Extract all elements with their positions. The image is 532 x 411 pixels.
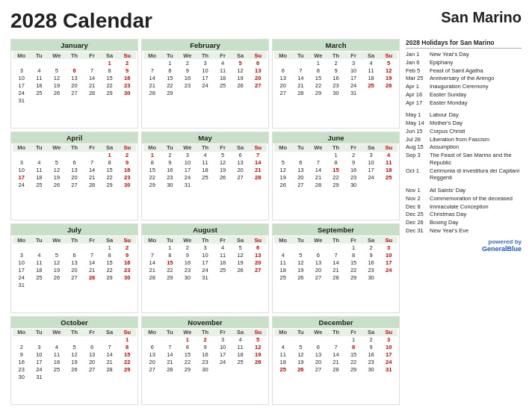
day-cell: 22 xyxy=(161,266,179,274)
day-cell: 9 xyxy=(118,251,136,259)
day-cell: 4 xyxy=(362,59,380,67)
day-cell: 17 xyxy=(197,74,214,81)
day-cell: 24 xyxy=(31,366,49,374)
day-header: Th xyxy=(66,329,84,336)
day-cell: 19 xyxy=(274,174,292,182)
day-cell: 28 xyxy=(309,182,327,189)
day-cell: 14 xyxy=(327,259,345,266)
day-cell: 12 xyxy=(274,167,292,174)
day-cell: 24 xyxy=(380,266,398,274)
day-cell: 18 xyxy=(31,81,49,89)
day-cell: 6 xyxy=(232,152,250,159)
holiday-item: Jun 15Corpus Christi xyxy=(406,128,522,135)
day-cell: 29 xyxy=(161,274,179,281)
holiday-item: May 14Mother's Day xyxy=(406,120,522,127)
day-cell: 26 xyxy=(274,182,292,189)
day-cell: 7 xyxy=(309,159,327,167)
day-cell: 26 xyxy=(249,359,267,366)
day-cell: 22 xyxy=(143,174,161,182)
day-cell: 28 xyxy=(327,274,345,281)
day-cell: 28 xyxy=(83,182,101,189)
day-cell: 7 xyxy=(83,251,101,259)
day-cell: 18 xyxy=(197,167,214,174)
day-header: Sa xyxy=(232,236,250,244)
day-cell: 25 xyxy=(214,266,232,274)
day-cell: 1 xyxy=(101,244,119,251)
day-cell: 14 xyxy=(101,351,119,359)
day-cell: 20 xyxy=(309,359,327,366)
holiday-date: Jun 15 xyxy=(406,128,427,135)
day-header: Mo xyxy=(274,329,292,336)
empty-cell xyxy=(66,152,84,159)
day-header: Mo xyxy=(13,52,31,59)
day-cell: 3 xyxy=(179,152,197,159)
day-cell: 7 xyxy=(83,159,101,167)
day-header: Mo xyxy=(13,236,31,244)
day-header: Th xyxy=(327,329,345,336)
day-cell: 25 xyxy=(362,81,380,89)
day-cell: 13 xyxy=(274,74,292,81)
month-block-june: JuneMoTuWeThFrSaSu1234567891011121314151… xyxy=(272,132,400,221)
day-cell: 3 xyxy=(31,344,49,351)
month-header-april: April xyxy=(11,132,137,143)
powered-by: powered by GeneralBlue xyxy=(406,238,522,253)
month-block-february: FebruaryMoTuWeThFrSaSu123456789101112131… xyxy=(141,39,269,129)
day-cell: 21 xyxy=(101,359,119,366)
calendar-row: JanuaryMoTuWeThFrSaSu1234567891011121314… xyxy=(10,39,400,129)
day-cell: 28 xyxy=(161,366,179,374)
day-cell: 7 xyxy=(292,67,310,74)
day-cell: 2 xyxy=(362,336,380,344)
day-cell: 9 xyxy=(197,344,214,351)
day-header: Sa xyxy=(232,144,250,152)
day-cell: 7 xyxy=(161,344,179,351)
holiday-item: Dec 26Boxing Day xyxy=(406,219,522,226)
day-cell: 15 xyxy=(161,74,179,81)
day-cell: 6 xyxy=(66,159,84,167)
day-cell: 5 xyxy=(48,159,66,167)
day-cell: 13 xyxy=(309,259,327,266)
day-header: Th xyxy=(327,52,345,59)
cal-grid: MoTuWeThFrSaSu12345678910111213141516171… xyxy=(11,143,137,190)
cal-grid: MoTuWeThFrSaSu12345678910111213141516171… xyxy=(11,235,137,289)
cal-grid: MoTuWeThFrSaSu12345678910111213141516171… xyxy=(142,328,268,374)
day-cell: 7 xyxy=(143,251,161,259)
day-cell: 18 xyxy=(214,259,232,266)
day-cell: 22 xyxy=(344,266,362,274)
day-cell: 8 xyxy=(101,67,119,74)
day-cell: 31 xyxy=(197,274,214,281)
day-cell: 9 xyxy=(179,251,197,259)
day-cell: 12 xyxy=(232,251,250,259)
day-cell: 25 xyxy=(232,359,250,366)
day-header: Tu xyxy=(31,329,49,336)
empty-cell xyxy=(31,244,49,251)
day-cell: 19 xyxy=(292,359,310,366)
day-cell: 20 xyxy=(274,81,292,89)
day-cell: 3 xyxy=(362,152,380,159)
day-cell: 23 xyxy=(118,81,136,89)
day-cell: 2 xyxy=(161,152,179,159)
holidays-list: Jan 1New Year's DayJan 6EpiphanyFeb 5Fea… xyxy=(406,51,522,235)
day-cell: 19 xyxy=(48,174,66,182)
month-header-may: May xyxy=(142,132,268,143)
day-cell: 29 xyxy=(344,366,362,374)
day-cell: 3 xyxy=(214,336,232,344)
day-cell: 19 xyxy=(232,259,250,266)
day-header: We xyxy=(179,144,197,152)
day-cell: 17 xyxy=(13,174,31,182)
day-cell: 7 xyxy=(83,67,101,74)
month-block-september: SeptemberMoTuWeThFrSaSu12345678910111213… xyxy=(272,223,400,313)
holiday-name: Liberation from Fascism xyxy=(430,136,522,143)
holiday-date: Mar 25 xyxy=(406,75,427,82)
empty-cell xyxy=(161,336,179,344)
holiday-date: Dec 25 xyxy=(406,211,427,218)
day-header: Tu xyxy=(292,52,310,59)
day-cell: 28 xyxy=(143,274,161,281)
day-header: Su xyxy=(118,236,136,244)
day-cell: 16 xyxy=(362,259,380,266)
day-cell: 15 xyxy=(344,351,362,359)
day-cell: 22 xyxy=(344,359,362,366)
day-cell: 5 xyxy=(232,59,250,67)
day-cell: 18 xyxy=(362,74,380,81)
day-cell: 12 xyxy=(249,344,267,351)
day-header: Sa xyxy=(101,329,119,336)
